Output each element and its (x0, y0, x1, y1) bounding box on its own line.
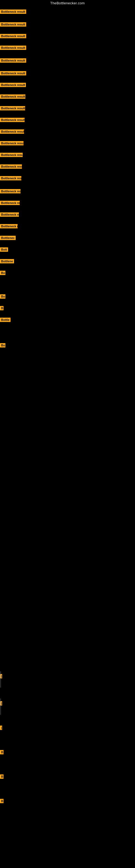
bottleneck-label: Bottlene (0, 259, 14, 264)
bottleneck-row: Bo (0, 271, 5, 276)
bottleneck-label: B (0, 799, 3, 803)
bottleneck-row: Bottlenec (0, 236, 16, 241)
bottleneck-label: B (0, 774, 3, 779)
site-title: TheBottlenecker.com (0, 0, 135, 7)
bottleneck-row: Bottleneck result (0, 141, 24, 147)
bottleneck-row: Bottleneck result (0, 106, 25, 112)
bottleneck-label: B (0, 306, 3, 310)
bottleneck-label: Bottleneck result (0, 58, 26, 63)
bottleneck-row: Bottleneck re (0, 201, 20, 206)
bottleneck-row: Bottlene (0, 259, 14, 265)
bottleneck-row: Bottleneck result (0, 164, 22, 170)
bottleneck-label: Bott (0, 247, 8, 252)
bottleneck-row: B (0, 799, 3, 804)
bottleneck-row: Bottleneck result (0, 129, 24, 135)
bottleneck-label: Bottleneck result (0, 164, 22, 169)
bottleneck-row: | (0, 725, 2, 731)
bottleneck-label: Bo (0, 271, 5, 275)
bottleneck-label: Bottleneck re (0, 212, 19, 217)
bottleneck-label: Bottleneck result (0, 189, 20, 193)
bottleneck-label: Bottleneck result (0, 83, 26, 87)
bottleneck-row: Bottleneck result (0, 94, 26, 100)
bottleneck-row: Bottleneck result (0, 9, 26, 15)
bottleneck-row: Bottleneck result (0, 58, 26, 64)
bottleneck-row: B (0, 306, 3, 311)
bottleneck-label: Bottleneck result (0, 176, 21, 180)
bottleneck-label: Bottlenec (0, 236, 16, 240)
bottleneck-label: Bottleneck result (0, 106, 25, 111)
bottleneck-label: Bottleneck result (0, 34, 26, 38)
bottleneck-row: Bo (0, 294, 5, 300)
bottleneck-label: Bottleneck result (0, 153, 23, 157)
bottleneck-row: B (0, 774, 3, 780)
bottleneck-row: Bottleneck result (0, 189, 20, 194)
bottleneck-label: Bottleneck r (0, 224, 17, 228)
bottleneck-row: Bottleneck r (0, 224, 17, 229)
bottleneck-label: Bottleneck result (0, 118, 25, 122)
bottleneck-label: Bottleneck result (0, 9, 26, 14)
bottleneck-label: | (0, 725, 2, 730)
bottleneck-row: Bottleneck result (0, 71, 26, 76)
bottleneck-row: Bottleneck result (0, 118, 25, 123)
bottleneck-label: Bottleneck result (0, 22, 26, 27)
bottleneck-label: Bottleneck result (0, 141, 24, 145)
bottleneck-label: Bottleneck re (0, 201, 20, 205)
bottleneck-label: B (0, 750, 3, 754)
bottleneck-row: Bott (0, 247, 8, 253)
bottleneck-label: Bo (0, 343, 5, 347)
bottleneck-row: B (0, 750, 3, 755)
bottleneck-label: Bottle (0, 318, 10, 322)
bottleneck-row: Bo (0, 343, 5, 348)
bottleneck-row: Bottleneck result (0, 34, 26, 39)
bottleneck-row: Bottleneck result (0, 45, 26, 51)
bottleneck-row: Bottleneck re (0, 212, 19, 218)
bottleneck-label: Bottleneck result (0, 71, 26, 75)
bottleneck-label: Bottleneck result (0, 129, 24, 134)
bottleneck-row: Bottleneck result (0, 83, 26, 88)
bottleneck-label: Bottleneck result (0, 45, 26, 50)
bottleneck-row: Bottleneck result (0, 153, 23, 158)
bottleneck-label: Bottleneck result (0, 94, 26, 99)
bottleneck-row: Bottleneck result (0, 22, 26, 28)
bottleneck-label: Bo (0, 294, 5, 299)
bottleneck-row: Bottleneck result (0, 176, 21, 182)
bottleneck-row: Bottle (0, 318, 10, 323)
